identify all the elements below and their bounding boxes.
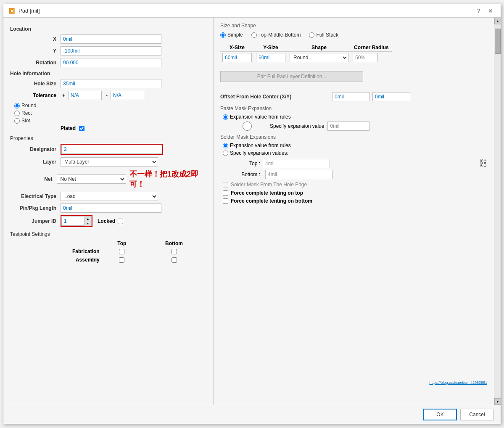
solder-specify-row: Specify expansion values:	[223, 150, 487, 156]
paste-specify-radio[interactable]	[226, 122, 268, 131]
corner-radius-input[interactable]: 50%	[353, 53, 378, 62]
size-shape-title: Size and Shape	[220, 23, 487, 29]
hole-size-input[interactable]: 35mil	[61, 79, 161, 88]
shape-select[interactable]: Round Rect Octagonal RoundRect	[290, 53, 348, 62]
shape-header: Shape	[288, 44, 351, 52]
top-mid-bot-label: Top-Middle-Bottom	[259, 32, 301, 38]
scrollbar: ▲ ▼	[494, 18, 501, 405]
ok-button[interactable]: OK	[423, 409, 457, 420]
force-top-checkbox[interactable]	[223, 190, 228, 196]
testpoint-label: Testpoint Settings	[10, 231, 206, 237]
scroll-up-btn[interactable]: ▲	[494, 18, 501, 24]
assembly-bottom-cb[interactable]	[172, 257, 177, 263]
tol-plus-sign: +	[62, 92, 65, 98]
offset-y-input[interactable]: 0mil	[372, 92, 410, 101]
solder-specify-radio[interactable]	[223, 151, 228, 156]
pin-pkg-row: Pin/Pkg Length 0mil	[10, 203, 206, 213]
rect-radio-row: Rect	[14, 110, 206, 116]
fabrication-bottom-cb[interactable]	[172, 249, 177, 254]
full-stack-radio[interactable]	[309, 32, 314, 38]
link-chains-icon[interactable]: ⛓	[479, 159, 487, 168]
simple-label: Simple	[227, 32, 243, 38]
testpoint-top-header: Top	[102, 240, 142, 247]
jumper-id-input[interactable]: 1	[61, 217, 84, 226]
solder-mask-hole-row: Solder Mask From The Hole Edge	[223, 182, 487, 188]
layer-select[interactable]: Multi-Layer Top Layer Bottom Layer	[61, 157, 158, 166]
solder-mask-hole-label: Solder Mask From The Hole Edge	[231, 182, 307, 188]
paste-specify-label: Specify expansion value	[270, 123, 324, 129]
pin-pkg-label: Pin/Pkg Length	[10, 205, 61, 211]
rotation-input[interactable]: 90.000	[61, 58, 161, 67]
solder-mask-title: Solder Mask Expansions	[220, 134, 487, 140]
scroll-thumb[interactable]	[495, 29, 501, 54]
cancel-button[interactable]: Cancel	[460, 409, 494, 420]
hole-round-radio[interactable]	[14, 103, 20, 108]
right-panel: Size and Shape Simple Top-Middle-Bottom …	[214, 18, 494, 405]
ysize-input[interactable]: 60mil	[256, 53, 285, 62]
simple-radio[interactable]	[220, 32, 226, 38]
net-select[interactable]: No Net	[57, 174, 126, 184]
tenting-bottom-row: Force complete tenting on bottom	[223, 198, 487, 204]
annotation-text: 不一样！把1改成2即可！	[129, 169, 206, 189]
x-input[interactable]: 0mil	[61, 34, 161, 44]
assembly-top-cb[interactable]	[119, 257, 124, 263]
paste-specify-input[interactable]: 0mil	[327, 122, 369, 131]
solder-mask-hole-checkbox[interactable]	[223, 182, 228, 188]
x-row: X 0mil	[10, 34, 206, 44]
electrical-type-select[interactable]: Load Source Terminator Unknown	[61, 192, 158, 201]
help-button[interactable]: ?	[474, 6, 484, 16]
round-radio-row: Round	[14, 103, 206, 108]
solder-top-bottom-inputs: Top : 4mil ⛓ Bottom : 4mil	[233, 159, 487, 179]
paste-exp-rules-row: Expansion value from rules	[223, 114, 487, 120]
solder-top-label: Top :	[233, 161, 260, 166]
jumper-id-row: Jumper ID 1 ▲ ▼ Locked	[10, 215, 206, 227]
pin-pkg-input[interactable]: 0mil	[61, 203, 161, 213]
fabrication-top-cb[interactable]	[119, 249, 124, 254]
tolerance-minus-input[interactable]: N/A	[111, 91, 144, 100]
locked-checkbox[interactable]	[118, 219, 123, 224]
plated-row: Plated	[61, 125, 206, 131]
full-stack-radio-row: Full Stack	[309, 32, 338, 38]
offset-row: Offset From Hole Center (X/Y) 0mil 0mil	[220, 92, 487, 101]
edit-pad-layer-button: Edit Full Pad Layer Definition...	[220, 71, 363, 82]
force-bottom-checkbox[interactable]	[223, 198, 228, 204]
location-section-label: Location	[10, 26, 206, 32]
solder-rules-radio[interactable]	[223, 143, 228, 148]
solder-bottom-label: Bottom :	[233, 172, 260, 177]
solder-top-input[interactable]: 4mil	[263, 159, 330, 168]
designator-label: Designator	[10, 146, 61, 152]
offset-x-input[interactable]: 0mil	[332, 92, 370, 101]
solder-top-row: Top : 4mil ⛓	[233, 159, 487, 168]
plated-checkbox[interactable]	[79, 126, 84, 131]
hole-rect-radio[interactable]	[14, 111, 20, 116]
spinner-up-btn[interactable]: ▲	[84, 217, 91, 221]
layer-label: Layer	[10, 159, 61, 165]
hole-size-row: Hole Size 35mil	[10, 79, 206, 88]
spinner-down-btn[interactable]: ▼	[84, 221, 91, 226]
close-button[interactable]: ✕	[486, 6, 496, 16]
paste-rules-label: Expansion value from rules	[230, 114, 291, 120]
simple-radio-row: Simple	[220, 32, 243, 38]
svg-point-1	[11, 10, 13, 12]
content-area: Location X 0mil Y -100mil Rotation 90.00…	[3, 18, 501, 405]
hole-slot-radio[interactable]	[14, 118, 20, 124]
tolerance-plus-input[interactable]: N/A	[68, 91, 102, 100]
scroll-down-btn[interactable]: ▼	[494, 398, 501, 405]
tol-minus-sign: -	[106, 92, 108, 98]
properties-label: Properties	[10, 135, 206, 141]
pad-icon	[8, 8, 15, 14]
jumper-id-spinner: 1 ▲ ▼	[61, 216, 92, 226]
paste-rules-radio[interactable]	[223, 114, 228, 120]
locked-label: Locked	[98, 218, 115, 224]
paste-specify-row: Specify expansion value 0mil	[223, 122, 487, 131]
designator-input[interactable]: 2	[61, 145, 162, 154]
electrical-type-label: Electrical Type	[10, 193, 61, 199]
y-input[interactable]: -100mil	[61, 46, 161, 55]
solder-bottom-input[interactable]: 4mil	[265, 170, 332, 179]
x-label: X	[10, 36, 61, 42]
left-panel: Location X 0mil Y -100mil Rotation 90.00…	[3, 18, 214, 405]
solder-rules-label: Expansion value from rules	[230, 143, 291, 148]
top-mid-bot-radio[interactable]	[251, 32, 257, 38]
assembly-label: Assembly	[10, 256, 102, 264]
xsize-input[interactable]: 60mil	[222, 53, 252, 62]
